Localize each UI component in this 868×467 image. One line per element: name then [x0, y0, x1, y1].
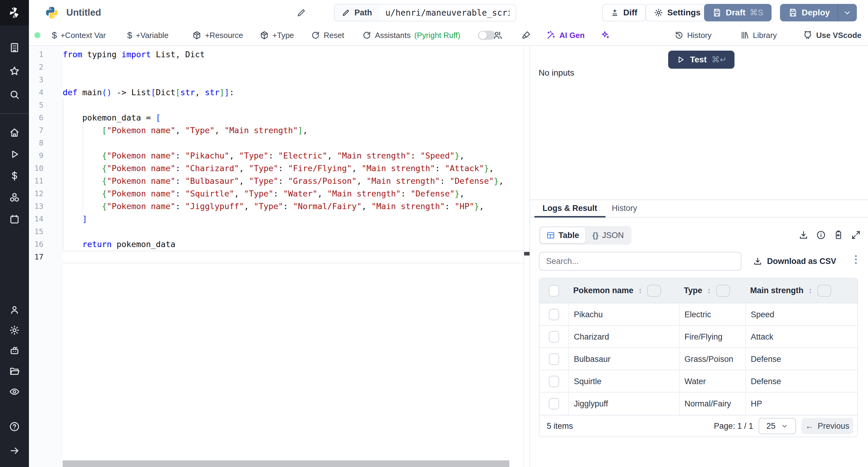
table-menu-kebab-icon[interactable]: ⋮ [851, 253, 861, 265]
code-line[interactable]: {"Pokemon name": "Jigglypuff", "Type": "… [63, 200, 522, 213]
result-view-toggle: Table {} JSON [539, 226, 631, 245]
draft-button[interactable]: Draft ⌘S [704, 4, 772, 21]
runs-play-icon[interactable] [9, 149, 20, 160]
test-kbd: ⌘↵ [712, 55, 727, 64]
code-line[interactable]: return pokemon_data [63, 238, 522, 251]
code-line[interactable]: ] [63, 213, 522, 225]
assistants-button[interactable]: Assistants (Pyright Ruff) [362, 25, 460, 45]
info-icon[interactable] [816, 230, 826, 240]
add-context-var-button[interactable]: $ +Context Var [52, 25, 106, 45]
column-filter-pill[interactable] [647, 285, 661, 297]
line-number: 3 [29, 73, 63, 86]
audit-logs-eye-icon[interactable] [9, 386, 20, 397]
view-json-segment[interactable]: {} JSON [587, 227, 630, 243]
reset-button[interactable]: Reset [311, 25, 344, 45]
diff-label: Diff [623, 8, 638, 18]
workspace-icon[interactable] [9, 42, 20, 53]
row-checkbox[interactable] [549, 309, 559, 320]
code-line[interactable]: def main() -> List[Dict[str, str]]: [63, 86, 522, 99]
ai-gen-button[interactable]: AI Gen [546, 25, 585, 45]
previous-page-button[interactable]: ← Previous [801, 418, 853, 434]
table-row[interactable]: JigglypuffNormal/FairyHP [539, 393, 858, 415]
deploy-dropdown-chevron[interactable] [838, 4, 856, 21]
code-editor[interactable]: 1234567891011121314151617 from typing im… [29, 46, 530, 467]
edit-summary-pencil-icon[interactable] [297, 8, 306, 18]
code-line[interactable]: from typing import List, Dict [63, 48, 522, 61]
python-language-icon [45, 6, 59, 19]
sidebar-divider [0, 113, 29, 114]
settings-gear-icon[interactable] [9, 325, 20, 336]
history-button[interactable]: History [675, 25, 712, 45]
row-checkbox[interactable] [549, 353, 559, 365]
workers-robot-icon[interactable] [9, 345, 20, 356]
deploy-button[interactable]: Deploy [780, 4, 857, 21]
multiplayer-users-icon[interactable] [493, 25, 503, 45]
table-row[interactable]: CharizardFire/FlyingAttack [539, 326, 858, 348]
settings-button[interactable]: Settings [646, 4, 709, 21]
format-brush-icon[interactable] [521, 25, 531, 45]
column-header[interactable]: Main strength↕ [745, 285, 858, 297]
code-line[interactable]: {"Pokemon name": "Squirtle", "Type": "Wa… [63, 187, 522, 200]
library-button[interactable]: Library [740, 25, 777, 45]
column-header[interactable]: Type↕ [679, 285, 745, 297]
app-logo[interactable] [0, 0, 29, 25]
path-label-segment[interactable]: Path [335, 4, 379, 21]
result-search-input[interactable] [539, 252, 741, 271]
favorites-star-icon[interactable] [9, 66, 20, 76]
line-number: 6 [29, 112, 63, 124]
row-checkbox[interactable] [549, 376, 559, 387]
expand-result-icon[interactable] [851, 230, 861, 240]
code-line[interactable]: {"Pokemon name": "Pikachu", "Type": "Ele… [63, 150, 522, 162]
code-line[interactable]: ["Pokemon name", "Type", "Main strength"… [63, 124, 522, 137]
search-icon[interactable] [9, 89, 20, 100]
page-size-select[interactable]: 25 [758, 418, 796, 434]
help-icon[interactable] [9, 421, 20, 432]
sparkles-icon[interactable] [600, 25, 610, 45]
code-line[interactable]: {"Pokemon name": "Bulbasaur", "Type": "G… [63, 175, 522, 187]
horizontal-scrollbar[interactable] [63, 460, 509, 467]
download-csv-button[interactable]: Download as CSV [753, 252, 836, 271]
code-line[interactable] [63, 251, 522, 263]
expand-sidebar-arrow-icon[interactable] [9, 445, 20, 456]
use-vscode-button[interactable]: Use VScode [803, 25, 861, 45]
select-all-checkbox[interactable] [549, 285, 559, 297]
home-icon[interactable] [9, 127, 20, 138]
row-checkbox[interactable] [549, 331, 559, 343]
path-input[interactable] [379, 4, 516, 21]
sort-icon[interactable]: ↕ [638, 286, 643, 295]
resources-cubes-icon[interactable] [9, 192, 20, 203]
schedules-calendar-icon[interactable] [9, 214, 20, 225]
variables-dollar-icon[interactable] [9, 170, 20, 181]
table-row[interactable]: SquirtleWaterDefense [539, 370, 858, 393]
add-resource-button[interactable]: +Resource [192, 25, 243, 45]
sort-icon[interactable]: ↕ [808, 286, 812, 295]
code-line[interactable] [63, 73, 522, 86]
column-filter-pill[interactable] [716, 285, 730, 297]
add-type-button[interactable]: +Type [260, 25, 294, 45]
code-line[interactable] [63, 137, 522, 150]
download-result-icon[interactable] [799, 230, 808, 240]
code-line[interactable]: pokemon_data = [ [63, 112, 522, 124]
assistants-detail: (Pyright Ruff) [414, 31, 461, 40]
code-content[interactable]: from typing import List, Dictdef main() … [63, 48, 522, 263]
row-checkbox[interactable] [549, 398, 559, 409]
code-line[interactable]: {"Pokemon name": "Charizard", "Type": "F… [63, 162, 522, 175]
code-line[interactable] [63, 61, 522, 73]
table-row[interactable]: BulbasaurGrass/PoisonDefense [539, 348, 858, 370]
diff-button[interactable]: Diff [602, 4, 646, 21]
column-filter-pill[interactable] [817, 285, 831, 297]
code-line[interactable] [63, 225, 522, 238]
view-table-segment[interactable]: Table [540, 227, 585, 243]
code-line[interactable] [63, 99, 522, 112]
line-number: 15 [29, 225, 63, 238]
folders-icon[interactable] [9, 366, 20, 377]
sort-icon[interactable]: ↕ [707, 286, 711, 295]
table-row[interactable]: PikachuElectricSpeed [539, 303, 858, 326]
tab-logs-result[interactable]: Logs & Result [534, 200, 606, 218]
add-variable-button[interactable]: $ +Variable [127, 25, 168, 45]
column-header[interactable]: Pokemon name↕ [568, 285, 679, 297]
test-run-button[interactable]: Test ⌘↵ [668, 51, 735, 69]
account-user-icon[interactable] [9, 304, 20, 315]
copy-to-clipboard-icon[interactable] [834, 230, 843, 240]
tab-history[interactable]: History [604, 200, 645, 218]
